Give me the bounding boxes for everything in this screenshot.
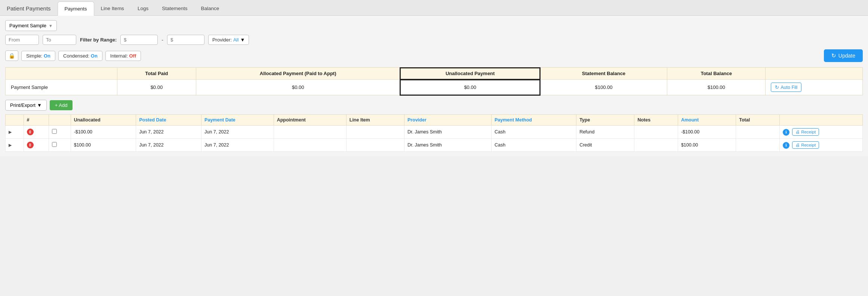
badge-1: 0 (27, 142, 34, 148)
simple-toggle[interactable]: Simple: On (21, 51, 55, 61)
simple-value: On (44, 53, 50, 59)
summary-row-autofill-cell: ↻ Auto Fill (766, 80, 863, 95)
summary-row-total-paid: $0.00 (117, 80, 196, 95)
tab-statements[interactable]: Statements (155, 1, 194, 15)
print-export-button[interactable]: Print/Export ▼ (5, 100, 47, 111)
type-cell-0: Refund (576, 126, 634, 139)
refresh-small-icon: ↻ (775, 84, 779, 90)
th-check (49, 115, 71, 126)
tab-bar: Patient Payments Payments Line Items Log… (0, 0, 868, 16)
line-item-cell-0 (346, 126, 404, 139)
main-content: Payment Sample ▼ Filter by Range: - Prov… (0, 16, 868, 156)
info-icon-1[interactable]: ℹ (783, 142, 789, 149)
payment-date-cell-0: Jun 7, 2022 (201, 126, 274, 139)
summary-col-total-paid: Total Paid (117, 68, 196, 80)
appointment-cell-0 (274, 126, 346, 139)
th-notes: Notes (634, 115, 678, 126)
chevron-down-icon: ▼ (49, 24, 53, 28)
checkbox-cell-0[interactable] (49, 126, 71, 139)
simple-label: Simple: (26, 53, 42, 59)
autofill-button[interactable]: ↻ Auto Fill (771, 83, 801, 92)
summary-row-allocated: $0.00 (196, 80, 400, 95)
th-line-item: Line Item (346, 115, 404, 126)
posted-date-cell-1: Jun 7, 2022 (136, 139, 201, 152)
summary-row-unallocated: $0.00 (400, 80, 540, 95)
provider-value: All (233, 37, 238, 43)
refresh-icon: ↻ (831, 52, 836, 59)
tab-payments[interactable]: Payments (58, 1, 94, 16)
provider-cell-1: Dr. James Smith (404, 139, 492, 152)
range-max-input[interactable] (167, 35, 204, 45)
update-button[interactable]: ↻ Update (824, 49, 863, 62)
internal-toggle[interactable]: Internal: Off (105, 51, 141, 61)
printer-icon-1: 🖨 (795, 143, 800, 147)
payment-date-cell-1: Jun 7, 2022 (201, 139, 274, 152)
th-amount: Amount (678, 115, 736, 126)
printer-icon-0: 🖨 (795, 130, 800, 134)
method-cell-1: Cash (491, 139, 576, 152)
summary-col-unallocated: Unallocated Payment (400, 68, 540, 80)
th-provider: Provider (404, 115, 492, 126)
print-chevron-icon: ▼ (37, 102, 42, 108)
data-table: # Unallocated Posted Date Payment Date A… (5, 114, 863, 152)
line-item-cell-1 (346, 139, 404, 152)
notes-cell-1 (634, 139, 678, 152)
filter-row: Filter by Range: - Provider: All ▼ (5, 35, 863, 45)
print-export-label: Print/Export (10, 102, 36, 108)
th-payment-date: Payment Date (201, 115, 274, 126)
lock-icon: 🔒 (9, 53, 15, 59)
provider-chevron-icon: ▼ (240, 37, 245, 43)
th-payment-method: Payment Method (491, 115, 576, 126)
row-checkbox-1[interactable] (52, 142, 57, 147)
actions-cell-1: ℹ 🖨 Receipt (779, 139, 862, 152)
tab-balance[interactable]: Balance (194, 1, 226, 15)
provider-dropdown[interactable]: Provider: All ▼ (208, 35, 249, 45)
summary-table: Total Paid Allocated Payment (Paid to Ap… (5, 67, 863, 95)
total-cell-1 (736, 139, 779, 152)
notes-cell-0 (634, 126, 678, 139)
filter-label: Filter by Range: (80, 37, 117, 43)
th-expand (6, 115, 24, 126)
table-row: ▶0$100.00Jun 7, 2022Jun 7, 2022Dr. James… (6, 139, 863, 152)
th-appointment: Appointment (274, 115, 346, 126)
info-icon-0[interactable]: ℹ (783, 129, 789, 136)
row-checkbox-0[interactable] (52, 129, 57, 134)
unallocated-cell-1: $100.00 (71, 139, 136, 152)
summary-col-name (6, 68, 117, 80)
report-dropdown[interactable]: Payment Sample ▼ (5, 20, 57, 31)
add-label: + Add (55, 102, 68, 108)
amount-cell-0: -$100.00 (678, 126, 736, 139)
summary-row-name: Payment Sample (6, 80, 117, 95)
summary-row: Payment Sample $0.00 $0.00 $0.00 $100.00… (6, 80, 863, 95)
tab-line-items[interactable]: Line Items (94, 1, 131, 15)
amount-cell-1: $100.00 (678, 139, 736, 152)
to-date-input[interactable] (43, 35, 76, 45)
receipt-button-1[interactable]: 🖨 Receipt (792, 141, 819, 149)
from-date-input[interactable] (5, 35, 39, 45)
update-label: Update (838, 53, 855, 59)
expand-arrow-0[interactable]: ▶ (9, 130, 12, 134)
th-total: Total (736, 115, 779, 126)
provider-cell-0: Dr. James Smith (404, 126, 492, 139)
app-title: Patient Payments (0, 1, 58, 15)
summary-col-allocated: Allocated Payment (Paid to Appt) (196, 68, 400, 80)
expand-cell-1[interactable]: ▶ (6, 139, 24, 152)
th-type: Type (576, 115, 634, 126)
condensed-toggle[interactable]: Condensed: On (58, 51, 102, 61)
expand-cell-0[interactable]: ▶ (6, 126, 24, 139)
expand-arrow-1[interactable]: ▶ (9, 143, 12, 147)
add-button[interactable]: + Add (50, 100, 73, 110)
receipt-button-0[interactable]: 🖨 Receipt (792, 128, 819, 136)
lock-button[interactable]: 🔒 (5, 50, 18, 61)
autofill-label: Auto Fill (781, 85, 797, 90)
table-row: ▶0-$100.00Jun 7, 2022Jun 7, 2022Dr. Jame… (6, 126, 863, 139)
method-cell-0: Cash (491, 126, 576, 139)
range-min-input[interactable] (120, 35, 158, 45)
report-row: Payment Sample ▼ (5, 20, 863, 31)
tab-logs[interactable]: Logs (131, 1, 155, 15)
checkbox-cell-1[interactable] (49, 139, 71, 152)
badge-0: 0 (27, 129, 34, 135)
summary-row-total-balance: $100.00 (667, 80, 766, 95)
internal-value: Off (129, 53, 136, 59)
toggle-row: 🔒 Simple: On Condensed: On Internal: Off… (5, 49, 863, 62)
